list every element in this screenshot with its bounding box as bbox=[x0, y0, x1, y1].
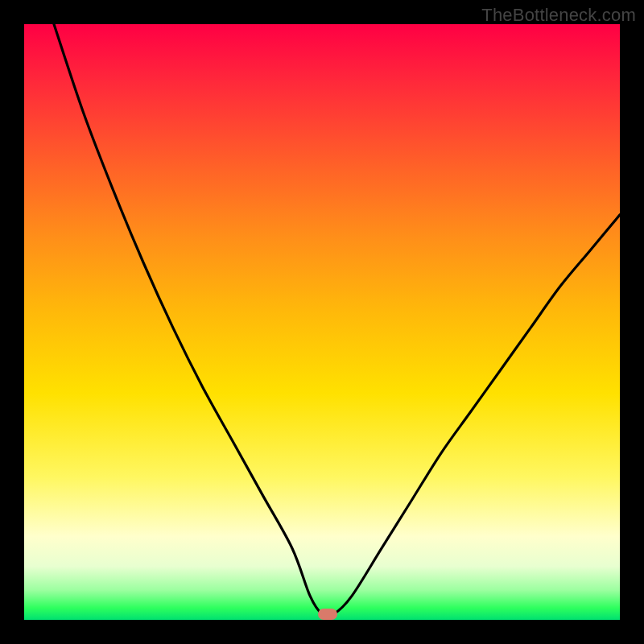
optimal-marker bbox=[318, 609, 337, 620]
chart-frame: TheBottleneck.com bbox=[0, 0, 644, 644]
curve-svg bbox=[24, 24, 620, 620]
plot-area bbox=[24, 24, 620, 620]
bottleneck-curve bbox=[54, 24, 620, 616]
watermark-text: TheBottleneck.com bbox=[481, 5, 636, 26]
